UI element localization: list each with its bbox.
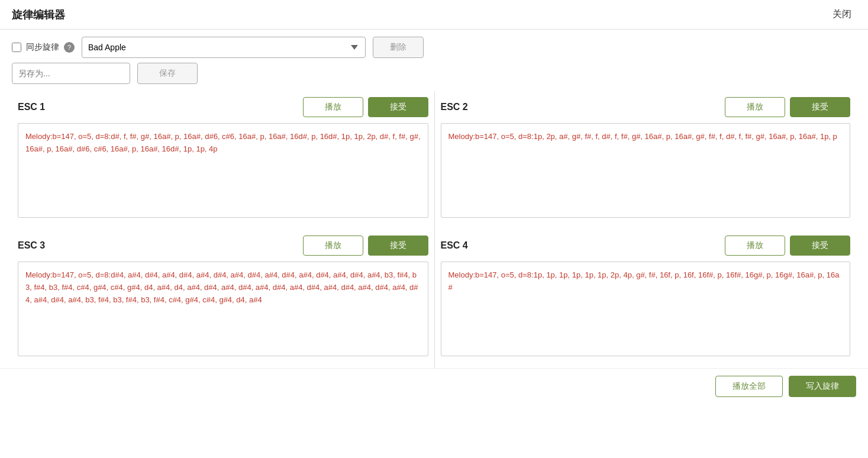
accept-button-esc1[interactable]: 接受 [368,97,428,117]
play-button-esc4[interactable]: 播放 [725,236,785,256]
melody-display-esc2: Melody:b=147, o=5, d=8:1p, 2p, a#, g#, f… [441,123,851,218]
save-row: 保存 [0,63,868,91]
help-icon[interactable]: ? [64,42,75,53]
header: 旋律编辑器 关闭 [0,0,868,30]
write-button[interactable]: 写入旋律 [789,376,856,397]
save-as-input[interactable] [12,63,130,84]
track-section-esc2: ESC 2 播放 接受 Melody:b=147, o=5, d=8:1p, 2… [434,91,857,230]
track-header-esc1: ESC 1 播放 接受 [18,97,428,117]
sync-checkbox[interactable] [12,43,21,52]
delete-button[interactable]: 删除 [373,37,424,58]
melody-display-esc3: Melody:b=147, o=5, d=8:d#4, a#4, d#4, a#… [18,262,428,356]
track-header-esc3: ESC 3 播放 接受 [18,236,428,256]
track-title-esc4: ESC 4 [441,240,468,251]
melody-display-esc1: Melody:b=147, o=5, d=8:d#, f, f#, g#, 16… [18,123,428,218]
track-section-esc3: ESC 3 播放 接受 Melody:b=147, o=5, d=8:d#4, … [12,230,434,368]
melody-display-esc4: Melody:b=147, o=5, d=8:1p, 1p, 1p, 1p, 1… [441,262,851,356]
accept-button-esc3[interactable]: 接受 [368,236,428,256]
play-button-esc2[interactable]: 播放 [725,97,785,117]
track-section-esc4: ESC 4 播放 接受 Melody:b=147, o=5, d=8:1p, 1… [434,230,857,368]
track-title-esc1: ESC 1 [18,102,45,112]
track-actions-esc3: 播放 接受 [303,236,428,256]
track-actions-esc2: 播放 接受 [725,97,850,117]
save-button[interactable]: 保存 [137,63,198,84]
play-all-button[interactable]: 播放全部 [715,376,783,397]
track-header-esc2: ESC 2 播放 接受 [441,97,851,117]
accept-button-esc4[interactable]: 接受 [790,236,850,256]
track-title-esc2: ESC 2 [441,102,468,112]
track-actions-esc4: 播放 接受 [725,236,850,256]
toolbar: 同步旋律 ? Bad Apple 删除 [0,30,868,63]
tracks-grid: ESC 1 播放 接受 Melody:b=147, o=5, d=8:d#, f… [0,91,868,368]
track-actions-esc1: 播放 接受 [303,97,428,117]
bottom-bar: 播放全部 写入旋律 [0,368,868,404]
close-button[interactable]: 关闭 [828,6,856,23]
track-section-esc1: ESC 1 播放 接受 Melody:b=147, o=5, d=8:d#, f… [12,91,434,230]
play-button-esc3[interactable]: 播放 [303,236,363,256]
track-title-esc3: ESC 3 [18,240,45,251]
melody-select[interactable]: Bad Apple [82,37,366,58]
page-title: 旋律编辑器 [12,8,65,22]
sync-row: 同步旋律 ? [12,42,75,53]
play-button-esc1[interactable]: 播放 [303,97,363,117]
track-header-esc4: ESC 4 播放 接受 [441,236,851,256]
sync-label: 同步旋律 [26,42,59,53]
accept-button-esc2[interactable]: 接受 [790,97,850,117]
